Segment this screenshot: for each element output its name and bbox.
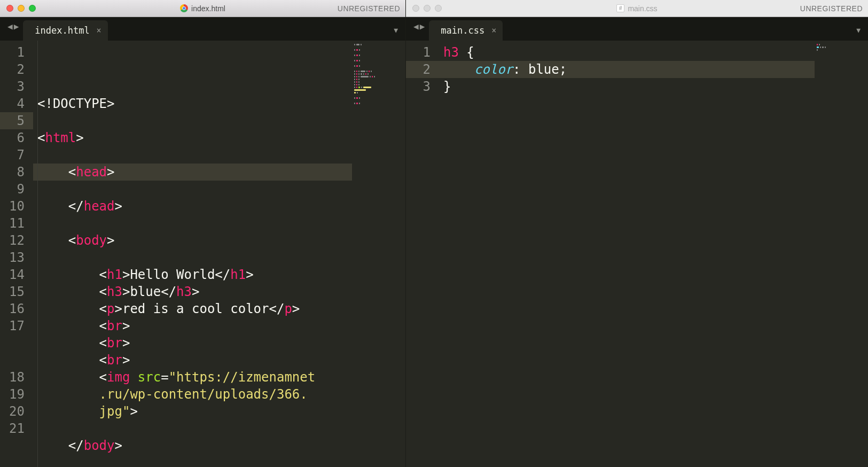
window-minimize-button[interactable] — [424, 5, 431, 12]
tab-index-html[interactable]: index.html × — [23, 20, 107, 41]
line-number: 13 — [0, 249, 33, 266]
line-number: 12 — [0, 232, 33, 249]
code-area[interactable]: <!DOCTYPE><html> <head> </head> <body> <… — [33, 41, 352, 467]
nav-forward-icon[interactable]: ▶ — [420, 21, 425, 32]
tab-main-css[interactable]: main.css × — [429, 20, 503, 41]
line-number: 6 — [0, 129, 33, 146]
code-line[interactable]: .ru/wp-content/uploads/366. — [33, 386, 352, 403]
line-number: 14 — [0, 266, 33, 283]
traffic-lights — [412, 5, 442, 12]
code-line[interactable]: </body> — [33, 437, 352, 454]
line-number: 20 — [0, 403, 33, 420]
code-line[interactable]: <h1>Hello World</h1> — [33, 266, 352, 283]
editor-right[interactable]: 123 h3 { color: blue;} — [406, 41, 868, 467]
nav-arrows: ◀ ▶ — [5, 17, 23, 41]
line-number: 9 — [0, 181, 33, 198]
titlebar-right[interactable]: main.css UNREGISTERED — [406, 0, 868, 17]
code-line[interactable] — [33, 112, 352, 129]
code-line[interactable] — [33, 146, 352, 164]
code-line[interactable]: <!DOCTYPE> — [33, 95, 352, 112]
nav-back-icon[interactable]: ◀ — [7, 21, 13, 32]
line-number: 2 — [0, 61, 33, 78]
window-close-button[interactable] — [412, 5, 419, 12]
line-number: 1 — [0, 44, 33, 61]
line-number: 19 — [0, 386, 33, 403]
line-number-gutter: 123 — [406, 41, 439, 467]
line-number: 7 — [0, 146, 33, 164]
window-maximize-button[interactable] — [29, 5, 36, 12]
code-line[interactable]: jpg"> — [33, 403, 352, 420]
tabs-dropdown-icon[interactable]: ▼ — [856, 26, 861, 34]
line-number: 10 — [0, 198, 33, 215]
nav-arrows: ◀ ▶ — [411, 17, 429, 41]
code-line[interactable]: h3 { — [439, 44, 815, 61]
tabs-dropdown-icon[interactable]: ▼ — [394, 26, 398, 34]
code-line[interactable]: <body> — [33, 232, 352, 249]
registration-status: UNREGISTERED — [338, 4, 400, 13]
code-line[interactable]: <br> — [33, 334, 352, 352]
tab-close-icon[interactable]: × — [97, 26, 101, 35]
line-number: 21 — [0, 420, 33, 437]
code-line[interactable]: <h3>blue</h3> — [33, 283, 352, 300]
registration-status: UNREGISTERED — [800, 4, 863, 13]
tab-close-icon[interactable]: × — [491, 26, 496, 35]
line-number: 2 — [406, 61, 439, 78]
window-minimize-button[interactable] — [18, 5, 25, 12]
code-line[interactable]: <img src="https://izmenamnet — [33, 369, 352, 386]
code-line[interactable] — [33, 215, 352, 232]
line-number: 11 — [0, 215, 33, 232]
line-number: 17 — [0, 317, 33, 334]
tab-label: main.css — [441, 25, 484, 36]
code-line[interactable]: <br> — [33, 352, 352, 369]
file-type-icon — [616, 4, 624, 12]
code-line[interactable] — [33, 181, 352, 198]
line-number — [0, 352, 33, 369]
code-line[interactable] — [33, 249, 352, 266]
window-close-button[interactable] — [6, 5, 13, 12]
editor-pane-left: index.html UNREGISTERED ◀ ▶ index.html ×… — [0, 0, 406, 467]
editor-left[interactable]: 123456789101112131415161718192021 <!DOCT… — [0, 41, 405, 467]
window-maximize-button[interactable] — [435, 5, 442, 12]
code-area[interactable]: h3 { color: blue;} — [439, 41, 815, 467]
minimap[interactable] — [815, 41, 868, 467]
nav-back-icon[interactable]: ◀ — [413, 21, 419, 32]
line-number: 3 — [0, 78, 33, 95]
line-number — [0, 334, 33, 352]
line-number: 18 — [0, 369, 33, 386]
tab-label: index.html — [35, 25, 89, 36]
code-line[interactable]: <p>red is a cool color</p> — [33, 300, 352, 317]
code-line[interactable] — [33, 454, 352, 467]
tab-bar-right: ◀ ▶ main.css × ▼ — [406, 17, 868, 41]
titlebar-title-text: index.html — [191, 4, 225, 13]
line-number: 15 — [0, 283, 33, 300]
line-number: 5 — [0, 112, 33, 129]
line-number: 3 — [406, 78, 439, 95]
code-line[interactable]: } — [439, 78, 815, 95]
code-line[interactable]: <br> — [33, 317, 352, 334]
line-number: 16 — [0, 300, 33, 317]
code-line[interactable]: color: blue; — [439, 61, 815, 78]
titlebar-title: main.css — [406, 4, 868, 13]
code-line[interactable]: </head> — [33, 198, 352, 215]
minimap[interactable] — [352, 41, 405, 467]
line-number: 4 — [0, 95, 33, 112]
line-number: 8 — [0, 164, 33, 181]
nav-forward-icon[interactable]: ▶ — [14, 21, 19, 32]
file-type-icon — [180, 4, 188, 12]
titlebar-left[interactable]: index.html UNREGISTERED — [0, 0, 405, 17]
line-number-gutter: 123456789101112131415161718192021 — [0, 41, 33, 467]
code-line[interactable] — [33, 420, 352, 437]
code-line[interactable]: <head> — [33, 164, 352, 181]
code-line[interactable]: <html> — [33, 129, 352, 146]
traffic-lights — [6, 5, 36, 12]
line-number: 1 — [406, 44, 439, 61]
editor-pane-right: main.css UNREGISTERED ◀ ▶ main.css × ▼ 1… — [406, 0, 868, 467]
titlebar-title-text: main.css — [628, 4, 657, 13]
tab-bar-left: ◀ ▶ index.html × ▼ — [0, 17, 405, 41]
